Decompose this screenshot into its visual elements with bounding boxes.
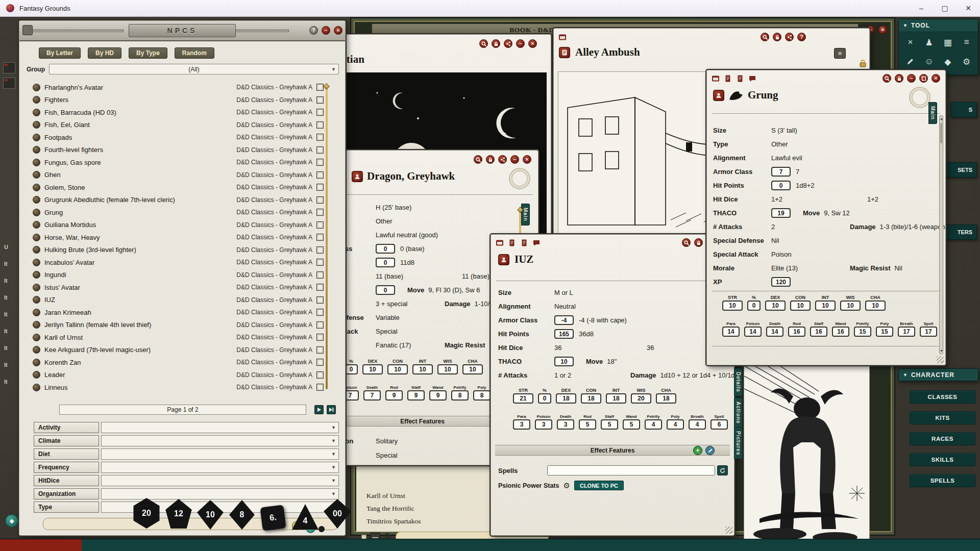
box-value[interactable]: 0	[538, 393, 551, 404]
open-record-icon[interactable]	[316, 234, 324, 241]
share-icon[interactable]	[498, 155, 507, 164]
stat-value-box[interactable]: 0	[376, 285, 395, 295]
npc-row[interactable]: Hulking Brute (3rd-level fighter)D&D Cla…	[33, 244, 337, 257]
stat-value-box[interactable]: 10	[554, 357, 574, 366]
open-record-icon[interactable]	[316, 271, 324, 279]
box-value[interactable]: 9	[385, 390, 403, 400]
stat-value-box[interactable]: 0	[771, 181, 791, 190]
minimize-icon[interactable]: –	[907, 74, 916, 83]
box-value[interactable]: 18	[606, 393, 626, 404]
stat-value-box[interactable]: 0	[376, 244, 395, 254]
scrollbar[interactable]: ▲▼	[939, 115, 943, 354]
edit-effect-button[interactable]	[705, 446, 715, 455]
box-value[interactable]: 10	[815, 300, 836, 311]
minimize-icon[interactable]: –	[516, 39, 525, 48]
tab-details[interactable]: Details	[734, 368, 743, 396]
dice-icon[interactable]: ◆	[939, 54, 958, 70]
maximize-icon[interactable]	[919, 74, 928, 83]
npc-row[interactable]: GhenD&D Classics - Greyhawk A	[33, 169, 337, 182]
filter-dropdown-activity[interactable]: ▼	[101, 422, 339, 433]
minimize-icon[interactable]: –	[322, 26, 330, 35]
refresh-icon[interactable]	[717, 465, 728, 475]
tab-main[interactable]: Main	[928, 102, 937, 124]
box-value[interactable]: 18	[581, 393, 601, 404]
chat-icon[interactable]	[748, 74, 756, 83]
zoom-icon[interactable]	[761, 33, 769, 41]
open-record-icon[interactable]	[316, 209, 324, 216]
open-record-icon[interactable]	[316, 159, 324, 166]
tab-by-type[interactable]: By Type	[129, 47, 167, 59]
npc-row[interactable]: Karll of UrnstD&D Classics - Greyhawk A	[33, 331, 337, 344]
party-icon[interactable]: ♟	[920, 34, 939, 51]
box-value[interactable]: 10	[412, 364, 433, 374]
open-record-icon[interactable]	[316, 334, 324, 341]
sheet-icon[interactable]	[736, 74, 744, 83]
chevron-down-icon[interactable]: ▼	[903, 372, 908, 378]
box-value[interactable]: 4	[667, 419, 684, 430]
npc-row[interactable]: Grugrunk Abedluthic (female 7th-level cl…	[33, 194, 337, 207]
npc-row[interactable]: Fish, Eel, GiantD&D Classics - Greyhawk …	[33, 119, 337, 132]
sidebar-button-kits[interactable]: KITS	[910, 411, 975, 424]
box-value[interactable]: 4	[645, 419, 662, 430]
box-value[interactable]: 5	[579, 419, 596, 430]
clone-to-pc-button[interactable]: CLONE TO PC	[574, 481, 624, 490]
tab-by-letter[interactable]: By Letter	[39, 47, 81, 59]
add-effect-button[interactable]: +	[693, 446, 702, 455]
dice-tower-icon[interactable]: ◆	[5, 514, 18, 528]
npc-row[interactable]: Kee Arkguard (7th-level magic-user)D&D C…	[33, 344, 337, 357]
zoom-icon[interactable]	[883, 74, 891, 83]
box-value[interactable]: 18	[556, 393, 576, 404]
gear-icon[interactable]: ⚙	[563, 481, 570, 490]
box-value[interactable]: 20	[631, 393, 651, 404]
tab-pictures[interactable]: Pictures	[734, 427, 743, 459]
stat-value-box[interactable]: -4	[554, 315, 574, 325]
sidebar-button-classes[interactable]: CLASSES	[910, 390, 975, 404]
npc-row[interactable]: Istus' AvatarD&D Classics - Greyhawk A	[33, 281, 337, 294]
filter-dropdown-frequency[interactable]: ▼	[101, 462, 339, 473]
minimize-icon[interactable]: –	[510, 155, 519, 164]
npc-row[interactable]: IngundiD&D Classics - Greyhawk A	[33, 269, 337, 282]
npc-row[interactable]: Horse, War, HeavyD&D Classics - Greyhawk…	[33, 231, 337, 244]
gold-lock-icon[interactable]	[859, 59, 867, 70]
box-value[interactable]: 3	[557, 419, 574, 430]
box-value[interactable]: 10	[790, 300, 811, 311]
lock-icon[interactable]	[895, 74, 903, 83]
npc-row[interactable]: Fish, Barracuda (HD 03)D&D Classics - Gr…	[33, 106, 337, 119]
sheet-icon[interactable]	[507, 238, 516, 247]
npc-row[interactable]: Fungus, Gas sporeD&D Classics - Greyhawk…	[33, 156, 337, 169]
zoom-icon[interactable]	[479, 39, 488, 48]
zoom-icon[interactable]	[682, 238, 691, 247]
box-value[interactable]: 6	[710, 419, 728, 430]
help-icon[interactable]: ?	[309, 26, 318, 35]
box-value[interactable]: 7	[363, 390, 381, 400]
sidebar-button-races[interactable]: RACES	[910, 432, 975, 445]
npc-row[interactable]: Fharlanghn's AvatarD&D Classics - Greyha…	[33, 81, 337, 94]
close-icon[interactable]: ×	[523, 155, 531, 164]
window-icon[interactable]	[495, 238, 504, 247]
spells-input[interactable]	[547, 465, 715, 475]
open-record-icon[interactable]	[316, 96, 324, 104]
tab-random[interactable]: Random	[175, 47, 214, 59]
open-record-icon[interactable]	[316, 309, 324, 316]
box-value[interactable]: 10	[462, 364, 483, 374]
index-entry[interactable]: Karll of Urnst	[366, 492, 405, 500]
box-value[interactable]: 21	[513, 393, 533, 404]
filter-dropdown-climate[interactable]: ▼	[101, 435, 339, 446]
lock-icon[interactable]	[694, 238, 703, 247]
sidebar-button-spells[interactable]: SPELLS	[910, 474, 975, 487]
open-record-icon[interactable]	[316, 221, 324, 229]
box-value[interactable]: 10	[765, 300, 786, 311]
npc-row[interactable]: Fourth-level fightersD&D Classics - Grey…	[33, 144, 337, 157]
open-record-icon[interactable]	[316, 371, 324, 379]
npc-row[interactable]: LeaderD&D Classics - Greyhawk A	[33, 369, 337, 382]
box-value[interactable]: 17	[920, 327, 937, 337]
index-entry[interactable]: Timitrios Spartakos	[366, 517, 421, 525]
zoom-icon[interactable]	[474, 155, 482, 164]
npc-row[interactable]: Incabulos' AvatarD&D Classics - Greyhawk…	[33, 256, 337, 269]
box-value[interactable]: 10	[362, 364, 383, 374]
box-value[interactable]: 4	[689, 419, 706, 430]
npc-row[interactable]: IUZD&D Classics - Greyhawk A	[33, 294, 337, 307]
box-value[interactable]: 8	[473, 390, 491, 400]
open-record-icon[interactable]	[316, 359, 324, 366]
box-value[interactable]: 5	[623, 419, 640, 430]
